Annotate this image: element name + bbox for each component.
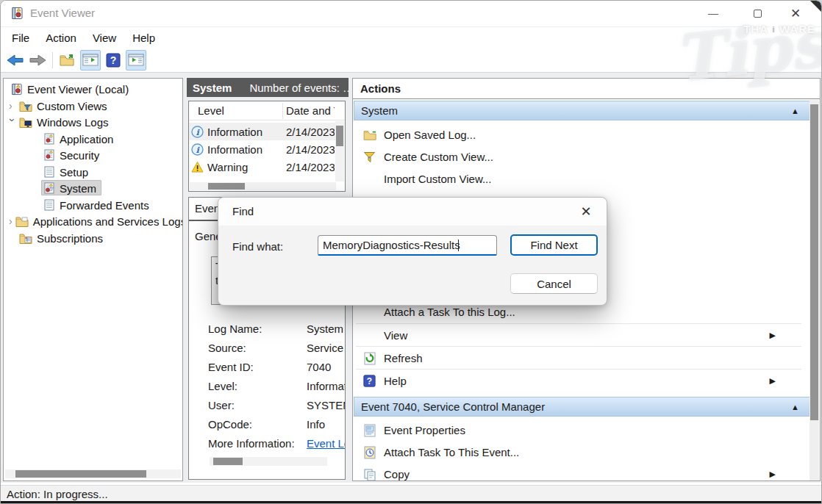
action-refresh[interactable]: Refresh bbox=[354, 348, 802, 369]
close-button[interactable]: ✕ bbox=[780, 1, 811, 26]
help-toolbar-button[interactable]: ? bbox=[103, 50, 124, 71]
find-dialog-close-button[interactable]: ✕ bbox=[576, 202, 596, 221]
back-button[interactable] bbox=[4, 50, 25, 71]
tree-item-windows-logs[interactable]: › Windows Logs bbox=[4, 114, 182, 130]
collapse-section-icon[interactable]: ▲ bbox=[791, 403, 799, 411]
tree-horizontal-scrollbar[interactable] bbox=[5, 469, 181, 478]
action-copy[interactable]: Copy ▶ bbox=[354, 464, 802, 481]
actions-section-system[interactable]: System ▲ bbox=[354, 101, 810, 120]
menu-view[interactable]: View bbox=[85, 30, 124, 46]
submenu-arrow-icon: ▶ bbox=[770, 376, 776, 386]
chevron-right-icon[interactable]: › bbox=[9, 215, 12, 227]
field-value: Service Control Manager bbox=[307, 342, 346, 354]
show-console-tree-button[interactable] bbox=[80, 50, 101, 71]
forward-button[interactable] bbox=[27, 50, 48, 71]
field-label: Level: bbox=[208, 380, 237, 392]
tree-item-event-viewer-local[interactable]: Event Viewer (Local) bbox=[4, 81, 182, 97]
tree-item-custom-views[interactable]: › Custom Views bbox=[4, 98, 182, 114]
svg-text:?: ? bbox=[367, 376, 372, 386]
minimize-button[interactable]: — bbox=[698, 1, 729, 26]
column-date[interactable]: Date and Time bbox=[286, 104, 335, 117]
tree-item-label: Windows Logs bbox=[37, 116, 109, 129]
menu-action[interactable]: Action bbox=[37, 30, 85, 46]
scrollbar-thumb[interactable] bbox=[213, 458, 243, 465]
collapse-section-icon[interactable]: ▲ bbox=[791, 107, 799, 115]
properties-icon bbox=[363, 424, 376, 437]
chevron-down-icon[interactable]: › bbox=[7, 118, 18, 126]
event-viewer-icon bbox=[10, 83, 23, 96]
field-value: SYSTEM bbox=[307, 399, 346, 411]
action-import-custom-view[interactable]: Import Custom View... bbox=[354, 168, 802, 190]
scrollbar-thumb[interactable] bbox=[15, 470, 146, 478]
title-bar: Event Viewer — ✕ bbox=[1, 1, 821, 27]
event-row[interactable]: i Information 2/14/2023 bbox=[189, 123, 335, 140]
action-label: View bbox=[384, 329, 407, 342]
console-tree-panel: Event Viewer (Local) › Custom Views › Wi… bbox=[3, 78, 183, 481]
window-bottom-edge bbox=[1, 501, 821, 503]
scrollbar-thumb[interactable] bbox=[810, 104, 818, 420]
events-vertical-scrollbar[interactable] bbox=[335, 121, 344, 181]
events-horizontal-scrollbar[interactable] bbox=[190, 182, 336, 190]
action-open-saved-log[interactable]: Open Saved Log... bbox=[354, 124, 802, 145]
tree-item-label: Event Viewer (Local) bbox=[27, 83, 129, 96]
field-value: Information bbox=[307, 380, 346, 392]
tree-item-setup[interactable]: Setup bbox=[4, 164, 182, 180]
open-saved-log-toolbar-button[interactable] bbox=[57, 50, 78, 71]
scrollbar-thumb[interactable] bbox=[336, 126, 343, 146]
column-level[interactable]: Level bbox=[198, 104, 224, 117]
event-row[interactable]: Warning 2/14/2023 bbox=[189, 158, 335, 176]
subscriptions-icon bbox=[19, 233, 32, 244]
actions-title: Actions bbox=[353, 79, 820, 99]
preview-horizontal-scrollbar[interactable] bbox=[210, 457, 327, 466]
maximize-button[interactable] bbox=[742, 1, 773, 26]
tree-item-system[interactable]: System bbox=[4, 180, 182, 196]
field-label: Source: bbox=[208, 342, 246, 354]
scrollbar-thumb[interactable] bbox=[208, 183, 245, 190]
field-level: Level: Information bbox=[208, 380, 346, 399]
action-help[interactable]: ? Help ▶ bbox=[354, 370, 802, 392]
field-value: System bbox=[307, 323, 346, 335]
submenu-arrow-icon: ▶ bbox=[770, 469, 776, 479]
tree-item-security[interactable]: Security bbox=[4, 147, 182, 163]
actions-vertical-scrollbar[interactable] bbox=[810, 100, 819, 480]
status-bar: Action: In progress... bbox=[1, 485, 821, 503]
tree-item-subscriptions[interactable]: Subscriptions bbox=[4, 230, 182, 246]
task-clock-icon bbox=[363, 446, 376, 459]
copy-icon bbox=[363, 468, 376, 481]
corner-fold-decoration bbox=[810, 1, 821, 12]
minimize-icon: — bbox=[708, 7, 718, 19]
action-event-properties[interactable]: Event Properties bbox=[354, 420, 802, 441]
action-label: Attach Task To This Event... bbox=[384, 446, 519, 458]
refresh-icon bbox=[363, 352, 376, 365]
field-label: OpCode: bbox=[208, 418, 252, 431]
tree-item-application[interactable]: Application bbox=[4, 131, 182, 147]
action-create-custom-view[interactable]: Create Custom View... bbox=[354, 146, 802, 168]
tree-item-forwarded-events[interactable]: Forwarded Events bbox=[4, 197, 182, 213]
warning-icon bbox=[191, 161, 204, 173]
action-label: Help bbox=[384, 375, 407, 387]
console-tree-icon bbox=[82, 54, 99, 66]
cancel-button[interactable]: Cancel bbox=[510, 273, 598, 294]
actions-section-event-7040[interactable]: Event 7040, Service Control Manager ▲ bbox=[354, 397, 810, 417]
tree-item-label: Application bbox=[60, 133, 113, 145]
menu-help[interactable]: Help bbox=[124, 30, 163, 46]
event-level: Information bbox=[207, 143, 262, 156]
find-next-button[interactable]: Find Next bbox=[510, 234, 598, 256]
menu-file[interactable]: File bbox=[4, 30, 37, 46]
column-divider[interactable] bbox=[282, 103, 283, 119]
svg-text:?: ? bbox=[110, 54, 117, 66]
event-log-help-link[interactable]: Event Log Online Help bbox=[307, 437, 346, 450]
folder-icon bbox=[15, 216, 29, 227]
help-icon: ? bbox=[106, 53, 121, 68]
tree-item-applications-services-logs[interactable]: › Applications and Services Logs bbox=[4, 213, 182, 229]
chevron-right-icon[interactable]: › bbox=[9, 100, 16, 112]
log-icon bbox=[43, 166, 55, 178]
show-action-pane-button[interactable] bbox=[126, 50, 146, 71]
tree-item-label: Setup bbox=[60, 166, 88, 179]
event-level: Warning bbox=[207, 161, 248, 173]
find-what-input[interactable] bbox=[318, 235, 497, 256]
action-view[interactable]: View ▶ bbox=[354, 325, 802, 346]
event-row[interactable]: i Information 2/14/2023 bbox=[189, 140, 335, 158]
action-attach-task-event[interactable]: Attach Task To This Event... bbox=[354, 442, 802, 463]
find-dialog-title: Find bbox=[232, 205, 254, 217]
